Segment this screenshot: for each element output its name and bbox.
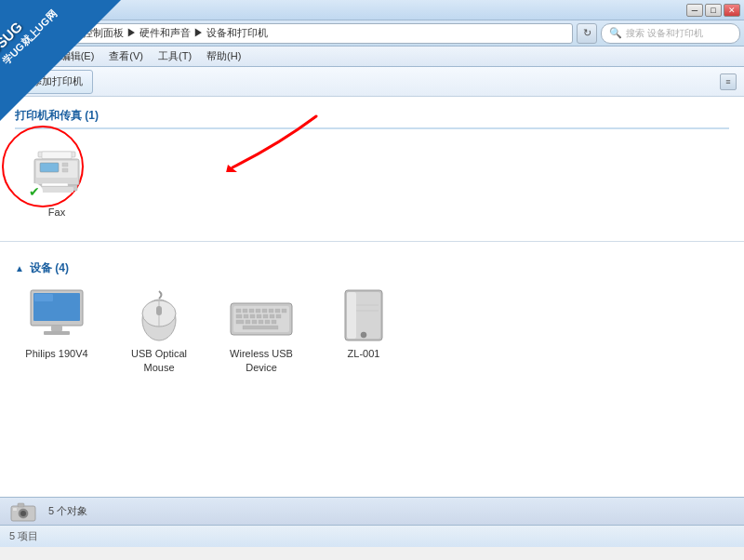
- svg-rect-32: [250, 314, 255, 318]
- info-icon-area: [9, 500, 37, 524]
- menu-tools[interactable]: 工具(T): [154, 47, 195, 65]
- svg-rect-41: [265, 320, 270, 324]
- svg-rect-24: [249, 309, 254, 313]
- svg-rect-29: [282, 309, 286, 313]
- devices-row: Philips 190V4: [15, 280, 729, 385]
- info-bar: 5 个对象: [0, 497, 744, 525]
- svg-rect-40: [259, 320, 263, 324]
- device-item-mouse[interactable]: USB Optical Mouse: [117, 284, 201, 378]
- svg-rect-30: [236, 314, 242, 318]
- svg-rect-31: [244, 314, 248, 318]
- svg-rect-34: [263, 314, 268, 318]
- fax-device-icon: ✔: [24, 146, 89, 202]
- devices-section-label: 设备 (4): [30, 260, 69, 276]
- monitor-label: Philips 190V4: [25, 347, 87, 360]
- drive-label: ZL-001: [348, 347, 380, 360]
- svg-rect-15: [44, 331, 70, 335]
- status-bar: 5 项目: [0, 525, 744, 547]
- drive-icon-svg: [338, 287, 390, 344]
- svg-rect-33: [257, 314, 261, 318]
- address-box[interactable]: 控制面板 ▶ 硬件和声音 ▶ 设备和打印机: [76, 23, 573, 44]
- monitor-device-icon: [24, 287, 89, 343]
- svg-rect-23: [243, 309, 247, 313]
- fax-check-icon: ✔: [26, 183, 43, 200]
- svg-rect-39: [252, 320, 257, 324]
- object-count-label: 5 个对象: [48, 504, 87, 518]
- keyboard-device-icon: [229, 287, 294, 343]
- svg-rect-35: [270, 314, 274, 318]
- keyboard-label: Wireless USB Device: [223, 347, 299, 374]
- menu-bar: 文件(E) 编辑(E) 查看(V) 工具(T) 帮助(H): [0, 47, 744, 67]
- svg-rect-14: [51, 326, 62, 331]
- svg-rect-22: [236, 309, 241, 313]
- device-item-keyboard[interactable]: Wireless USB Device: [219, 284, 303, 378]
- svg-rect-25: [256, 309, 260, 313]
- svg-rect-46: [347, 292, 356, 339]
- svg-rect-42: [272, 320, 276, 324]
- camera-icon-svg: [10, 501, 36, 522]
- search-placeholder: 搜索 设备和打印机: [626, 27, 703, 40]
- svg-rect-6: [62, 168, 68, 172]
- svg-rect-13: [34, 294, 53, 301]
- drive-device-icon: [331, 287, 396, 343]
- svg-point-47: [361, 332, 366, 338]
- svg-rect-19: [156, 306, 162, 315]
- svg-rect-26: [262, 309, 267, 313]
- toolbar: 🖨 添加打印机 ≡: [0, 67, 744, 97]
- spacer: [0, 393, 744, 411]
- svg-rect-1: [42, 152, 72, 159]
- printers-row: ✔ Fax: [15, 139, 729, 230]
- svg-rect-4: [40, 163, 59, 172]
- svg-rect-43: [243, 326, 278, 329]
- device-item-drive[interactable]: ZL-001: [322, 284, 405, 364]
- svg-rect-5: [62, 163, 68, 167]
- mouse-icon-svg: [131, 287, 187, 343]
- section-divider-1: [0, 241, 744, 242]
- svg-point-52: [20, 511, 26, 516]
- collapse-arrow-icon: ▲: [15, 263, 24, 273]
- devices-section: ▲ 设备 (4) Philips: [0, 246, 744, 393]
- close-button[interactable]: ✕: [724, 4, 740, 17]
- address-text: 控制面板 ▶ 硬件和声音 ▶ 设备和打印机: [83, 26, 268, 40]
- svg-rect-53: [18, 503, 24, 507]
- mouse-label: USB Optical Mouse: [121, 347, 197, 374]
- menu-help[interactable]: 帮助(H): [203, 47, 245, 65]
- main-content: 打印机和传真 (1): [0, 97, 744, 497]
- refresh-button[interactable]: ↻: [577, 23, 597, 44]
- svg-rect-38: [246, 320, 250, 324]
- address-bar: ◀ ▶ ↑ 控制面板 ▶ 硬件和声音 ▶ 设备和打印机 ↻ 🔍 搜索 设备和打印…: [0, 20, 744, 47]
- printers-section-label: 打印机和传真 (1): [15, 108, 729, 129]
- search-box[interactable]: 🔍 搜索 设备和打印机: [601, 23, 740, 44]
- svg-rect-54: [13, 508, 17, 511]
- mouse-device-icon: [126, 287, 192, 343]
- title-bar-buttons: ─ □ ✕: [686, 4, 740, 17]
- svg-rect-8: [38, 187, 73, 193]
- svg-rect-36: [276, 314, 281, 318]
- fax-item[interactable]: ✔ Fax: [15, 142, 99, 222]
- svg-rect-28: [275, 309, 280, 313]
- maximize-button[interactable]: □: [705, 4, 722, 17]
- devices-section-collapse[interactable]: ▲ 设备 (4): [15, 257, 729, 280]
- keyboard-icon-svg: [229, 292, 294, 339]
- search-icon: 🔍: [609, 27, 622, 39]
- device-item-monitor[interactable]: Philips 190V4: [15, 284, 99, 364]
- svg-rect-37: [236, 320, 244, 324]
- menu-view[interactable]: 查看(V): [105, 47, 147, 65]
- status-items-label: 5 项目: [9, 529, 38, 543]
- toolbar-menu-icon: ≡: [725, 77, 730, 87]
- svg-rect-27: [269, 309, 273, 313]
- fax-label: Fax: [48, 206, 65, 219]
- minimize-button[interactable]: ─: [686, 4, 703, 17]
- printers-section: 打印机和传真 (1): [0, 97, 744, 237]
- svg-rect-9: [42, 183, 68, 186]
- toolbar-menu-button[interactable]: ≡: [720, 73, 737, 90]
- monitor-icon-svg: [27, 288, 86, 342]
- refresh-icon: ↻: [583, 27, 591, 39]
